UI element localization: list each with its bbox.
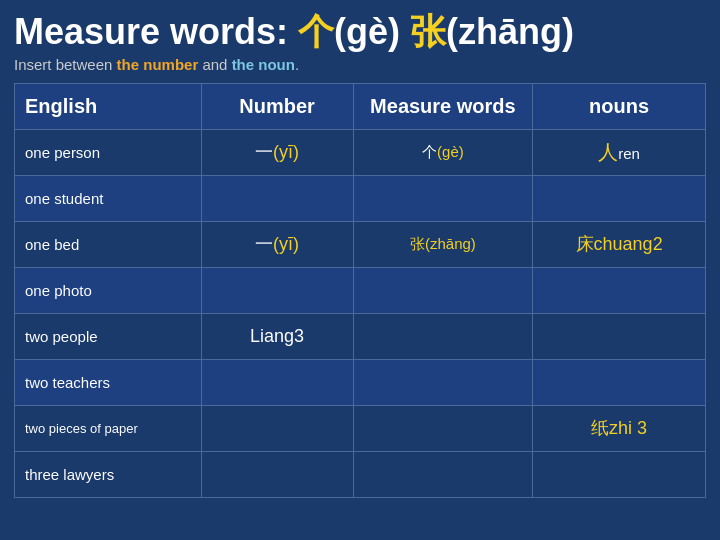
number-one-photo	[201, 267, 353, 313]
header-nouns: nouns	[533, 83, 706, 129]
zhang-char: 张	[410, 11, 446, 52]
header-measure: Measure words	[353, 83, 533, 129]
english-one-person: one person	[15, 129, 202, 175]
title-prefix: Measure words:	[14, 11, 298, 52]
ge-char: 个	[298, 11, 334, 52]
table-row: one person 一(yī) 个(gè) 人ren	[15, 129, 706, 175]
number-two-paper	[201, 405, 353, 451]
number-one-person: 一(yī)	[201, 129, 353, 175]
main-container: Measure words: 个(gè) 张(zhāng) Insert bet…	[0, 0, 720, 540]
nouns-two-teachers	[533, 359, 706, 405]
nouns-one-photo	[533, 267, 706, 313]
subtitle-before: Insert between	[14, 56, 117, 73]
english-one-bed: one bed	[15, 221, 202, 267]
measure-two-people	[353, 313, 533, 359]
table-row: two people Liang3	[15, 313, 706, 359]
table-row: one photo	[15, 267, 706, 313]
table-row: three lawyers	[15, 451, 706, 497]
subtitle-middle: and	[198, 56, 231, 73]
noun-highlight: the noun	[232, 56, 295, 73]
nouns-two-paper: 纸zhi 3	[533, 405, 706, 451]
measure-one-student	[353, 175, 533, 221]
nouns-two-people	[533, 313, 706, 359]
measure-two-paper	[353, 405, 533, 451]
measure-one-bed: 张(zhāng)	[353, 221, 533, 267]
subtitle: Insert between the number and the noun.	[14, 56, 706, 73]
ge-pinyin: (gè)	[334, 11, 410, 52]
nouns-one-bed: 床chuang2	[533, 221, 706, 267]
english-three-lawyers: three lawyers	[15, 451, 202, 497]
number-one-bed: 一(yī)	[201, 221, 353, 267]
nouns-one-student	[533, 175, 706, 221]
nouns-one-person: 人ren	[533, 129, 706, 175]
measure-one-person: 个(gè)	[353, 129, 533, 175]
zhang-pinyin: (zhāng)	[446, 11, 574, 52]
subtitle-end: .	[295, 56, 299, 73]
measure-words-table: English Number Measure words nouns one p…	[14, 83, 706, 498]
english-one-student: one student	[15, 175, 202, 221]
page-title: Measure words: 个(gè) 张(zhāng)	[14, 12, 706, 52]
measure-two-teachers	[353, 359, 533, 405]
nouns-three-lawyers	[533, 451, 706, 497]
number-two-people: Liang3	[201, 313, 353, 359]
english-two-paper: two pieces of paper	[15, 405, 202, 451]
table-row: two pieces of paper 纸zhi 3	[15, 405, 706, 451]
number-one-student	[201, 175, 353, 221]
table-row: one bed 一(yī) 张(zhāng) 床chuang2	[15, 221, 706, 267]
header-english: English	[15, 83, 202, 129]
english-one-photo: one photo	[15, 267, 202, 313]
table-row: two teachers	[15, 359, 706, 405]
number-two-teachers	[201, 359, 353, 405]
measure-one-photo	[353, 267, 533, 313]
number-three-lawyers	[201, 451, 353, 497]
number-highlight: the number	[117, 56, 199, 73]
header-number: Number	[201, 83, 353, 129]
english-two-teachers: two teachers	[15, 359, 202, 405]
table-row: one student	[15, 175, 706, 221]
measure-three-lawyers	[353, 451, 533, 497]
english-two-people: two people	[15, 313, 202, 359]
